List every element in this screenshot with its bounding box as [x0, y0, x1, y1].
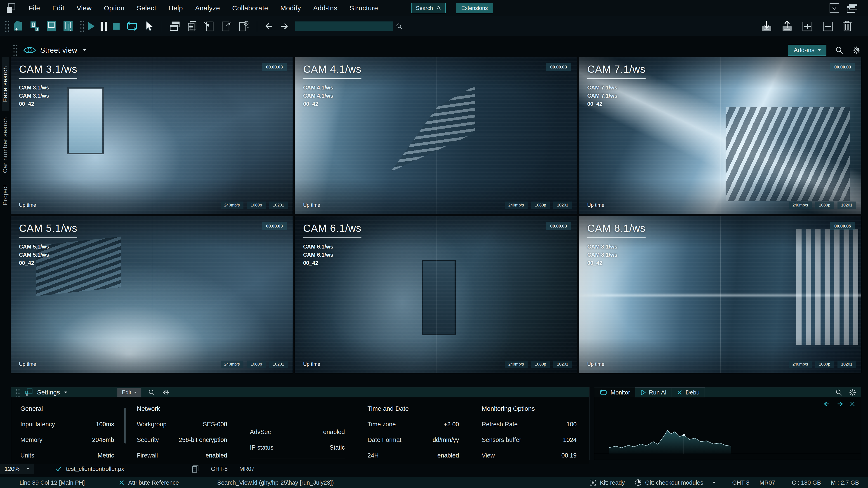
menu-item-option[interactable]: Option: [98, 4, 131, 12]
setting-value[interactable]: Metric: [98, 452, 114, 459]
camera-title-underline: [19, 237, 77, 238]
setting-value[interactable]: 2048mb: [92, 436, 114, 444]
frame-tool-icon[interactable]: [43, 19, 60, 33]
setting-value[interactable]: enabled: [437, 452, 459, 459]
attribute-reference-label: Attribute Reference: [128, 479, 179, 486]
close-icon[interactable]: [849, 401, 856, 407]
menu-item-edit[interactable]: Edit: [46, 4, 70, 12]
rail-tab-project[interactable]: Project: [2, 179, 9, 211]
setting-value[interactable]: 256-bit encryption: [179, 436, 227, 444]
forward-arrow-icon[interactable]: [277, 19, 291, 33]
settings-edit-button[interactable]: Edit: [117, 388, 141, 397]
tab-debug[interactable]: Debu: [672, 387, 705, 397]
trash-icon[interactable]: [842, 20, 852, 32]
kit-status[interactable]: Kit: ready: [590, 479, 625, 486]
tab-run-ai[interactable]: Run AI: [635, 387, 672, 397]
search-icon[interactable]: [148, 389, 155, 396]
camera-label-line1: CAM 8.1/ws: [587, 242, 646, 251]
menu-item-select[interactable]: Select: [131, 4, 162, 12]
settings-drag-handle[interactable]: [15, 388, 20, 396]
view-title-caret-icon[interactable]: [83, 49, 86, 51]
settings-scrollbar[interactable]: [124, 408, 126, 444]
camera-tile-cam-7-1[interactable]: CAM 7.1/ws CAM 7.1/ws CAM 7.1/ws 00_42 0…: [579, 57, 861, 214]
file-tab[interactable]: test_clientcontroller.px: [56, 465, 124, 473]
setting-value[interactable]: 100ms: [96, 421, 114, 428]
menu-item-file[interactable]: File: [23, 4, 46, 12]
view-addins-button[interactable]: Add-ins: [788, 45, 827, 56]
back-arrow-icon[interactable]: [262, 19, 277, 33]
camera-tile-cam-8-1[interactable]: CAM 8.1/ws CAM 8.1/ws CAM 8.1/ws 00_42 0…: [579, 216, 861, 373]
setting-value[interactable]: SES-008: [203, 421, 227, 428]
toolbar-drag-handle[interactable]: [80, 20, 85, 32]
upload-icon[interactable]: [781, 20, 794, 32]
rail-tab-face-search[interactable]: Face search: [2, 57, 9, 111]
search-icon[interactable]: [393, 19, 405, 33]
back-arrow-icon[interactable]: [823, 400, 831, 408]
camera-timestamp: 00.00.05: [830, 222, 855, 230]
forward-arrow-icon[interactable]: [836, 400, 844, 408]
extensions-button[interactable]: Extensions: [456, 3, 493, 13]
duplicate-window-icon[interactable]: [166, 19, 184, 33]
setting-value[interactable]: enabled: [323, 429, 345, 435]
git-status[interactable]: Git: checkout modules: [635, 479, 715, 486]
menu-item-help[interactable]: Help: [162, 4, 189, 12]
menu-item-analyze[interactable]: Analyze: [189, 4, 226, 12]
close-icon: [119, 480, 125, 486]
camera-tile-cam-5-1[interactable]: CAM 5.1/ws CAM 5.1/ws CAM 5.1/ws 00_42 0…: [11, 216, 293, 373]
setting-value[interactable]: 1024: [563, 436, 577, 444]
attribute-reference[interactable]: Attribute Reference: [119, 479, 179, 486]
eye-icon: [23, 46, 36, 54]
menu-item-view[interactable]: View: [70, 4, 98, 12]
export-page-icon[interactable]: [217, 19, 235, 33]
tab-monitor[interactable]: Monitor: [594, 387, 635, 397]
setting-label: Memory: [20, 436, 42, 444]
setting-value[interactable]: +2.00: [443, 421, 459, 428]
add-shape-tool-icon[interactable]: [10, 19, 27, 33]
camera-tile-cam-3-1[interactable]: CAM 3.1/ws CAM 3.1/ws CAM 3.1/ws 00_42 0…: [11, 57, 293, 214]
copy-list-icon[interactable]: [184, 19, 200, 33]
settings-title[interactable]: Settings: [37, 389, 60, 396]
loop-icon[interactable]: [123, 19, 142, 33]
search-icon[interactable]: [835, 389, 842, 396]
camera-tile-cam-6-1[interactable]: CAM 6.1/ws CAM 6.1/ws CAM 6.1/ws 00_42 0…: [295, 216, 577, 373]
setting-value[interactable]: dd/mm/yy: [433, 436, 459, 444]
menu-search-box[interactable]: Search: [411, 3, 446, 13]
pause-icon[interactable]: [98, 19, 110, 33]
camera-tile-cam-4-1[interactable]: CAM 4.1/ws CAM 4.1/ws CAM 4.1/ws 00_42 0…: [295, 57, 577, 214]
gear-icon[interactable]: [162, 389, 170, 396]
menu-item-structure[interactable]: Structure: [343, 4, 384, 12]
download-icon[interactable]: [761, 20, 773, 32]
cascade-windows-icon[interactable]: [846, 3, 858, 13]
menu-item-addins[interactable]: Add-Ins: [307, 4, 344, 12]
add-to-set-icon[interactable]: [801, 20, 814, 32]
monitor-chart: [609, 425, 731, 457]
menu-item-modify[interactable]: Modify: [274, 4, 307, 12]
remove-from-set-icon[interactable]: [822, 20, 834, 32]
dropdown-window-icon[interactable]: [829, 3, 839, 13]
toolbar-search-input[interactable]: [295, 22, 393, 31]
setting-value[interactable]: 00.19: [561, 452, 577, 459]
import-page-icon[interactable]: [200, 19, 217, 33]
rail-tab-car-number-search[interactable]: Car number search: [2, 111, 9, 179]
view-title[interactable]: Street view: [40, 46, 77, 55]
gear-icon[interactable]: [852, 46, 861, 55]
layers-tool-icon[interactable]: [27, 19, 43, 33]
cursor-icon[interactable]: [142, 19, 156, 33]
toolbar-separator: [161, 21, 161, 32]
play-icon[interactable]: [85, 19, 98, 33]
mixer-tool-icon[interactable]: [60, 19, 76, 33]
stop-icon[interactable]: [110, 19, 123, 33]
menu-item-collaborate[interactable]: Collaborate: [226, 4, 274, 12]
gear-icon[interactable]: [849, 389, 857, 396]
view-drag-handle[interactable]: [13, 44, 18, 56]
zoom-level-select[interactable]: 120%: [0, 464, 34, 474]
camera-label-line2: CAM 8.1/ws: [587, 251, 646, 259]
search-icon[interactable]: [835, 46, 844, 55]
setting-value[interactable]: 100: [566, 421, 577, 428]
toolbar-drag-handle[interactable]: [4, 20, 10, 32]
setting-value[interactable]: Static: [330, 444, 345, 451]
bottom-panels: Settings Edit General Input latency100ms…: [11, 387, 861, 460]
add-page-icon[interactable]: [235, 19, 252, 33]
settings-caret-icon[interactable]: [64, 392, 67, 393]
setting-value[interactable]: enabled: [206, 452, 227, 459]
